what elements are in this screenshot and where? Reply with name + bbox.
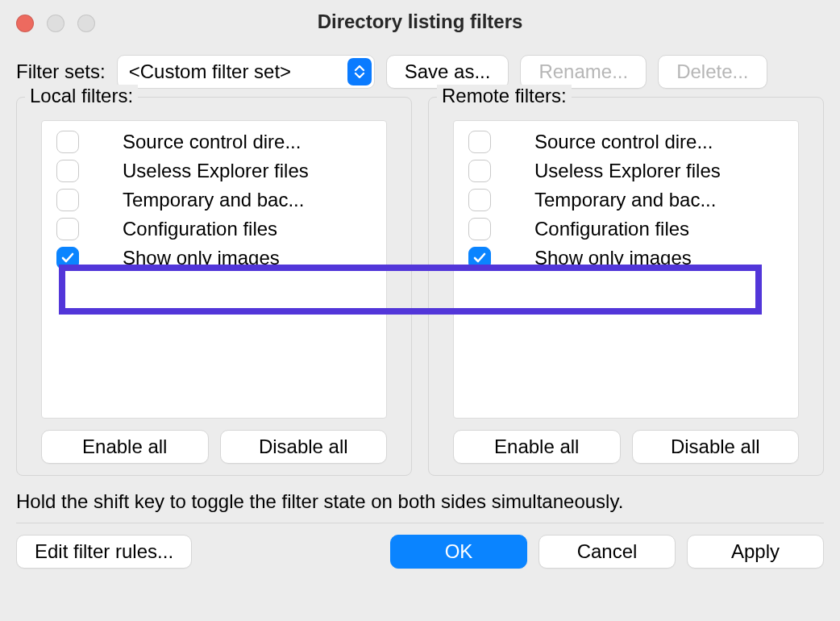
local-filter-label: Source control dire... [123,131,301,153]
remote-enable-all-button[interactable]: Enable all [453,430,621,464]
local-disable-all-button[interactable]: Disable all [220,430,388,464]
remote-filter-label: Temporary and bac... [534,189,716,211]
remote-filter-row[interactable]: Configuration files [454,215,798,244]
local-enable-all-button[interactable]: Enable all [41,430,209,464]
remote-filter-row[interactable]: Source control dire... [454,127,798,156]
remote-filter-label: Configuration files [534,218,689,240]
ok-button[interactable]: OK [390,535,527,569]
remote-filter-checkbox[interactable] [468,131,491,153]
minimize-window-button[interactable] [47,15,64,32]
remote-filter-row[interactable]: Temporary and bac... [454,185,798,215]
local-filter-label: Show only images [123,247,280,269]
local-filters-list[interactable]: Source control dire...Useless Explorer f… [41,120,387,419]
filter-sets-select[interactable]: <Custom filter set> [117,55,375,89]
remote-filter-checkbox[interactable] [468,160,491,182]
delete-button[interactable]: Delete... [658,55,767,89]
hint-text: Hold the shift key to toggle the filter … [0,476,840,518]
local-filter-checkbox[interactable] [56,189,79,211]
zoom-window-button[interactable] [77,15,95,32]
filter-sets-label: Filter sets: [16,60,106,83]
local-filter-row[interactable]: Useless Explorer files [42,156,386,185]
remote-filter-checkbox[interactable] [468,218,491,240]
close-window-button[interactable] [16,15,34,32]
remote-filter-checkbox[interactable] [468,247,491,269]
local-filter-label: Configuration files [123,218,277,240]
rename-button[interactable]: Rename... [520,55,647,89]
remote-filter-checkbox[interactable] [468,189,491,211]
dialog-window: Directory listing filters Filter sets: <… [0,0,840,621]
remote-filter-row[interactable]: Useless Explorer files [454,156,798,185]
remote-filters-panel: Remote filters: Source control dire...Us… [428,97,824,476]
select-chevron-icon [347,58,372,85]
edit-filter-rules-button[interactable]: Edit filter rules... [16,535,192,569]
local-filters-panel: Local filters: Source control dire...Use… [16,97,412,476]
remote-filter-label: Useless Explorer files [534,160,721,182]
local-filter-checkbox[interactable] [56,160,79,182]
local-filter-checkbox[interactable] [56,131,79,153]
remote-filters-title: Remote filters: [437,85,572,107]
remote-filter-label: Show only images [534,247,692,269]
cancel-button[interactable]: Cancel [539,535,676,569]
local-filter-label: Useless Explorer files [123,160,309,182]
local-filter-checkbox[interactable] [56,218,79,240]
remote-filter-row[interactable]: Show only images [454,244,798,273]
apply-button[interactable]: Apply [687,535,824,569]
remote-filters-list[interactable]: Source control dire...Useless Explorer f… [453,120,799,419]
filters-columns: Local filters: Source control dire...Use… [0,97,840,476]
local-filter-row[interactable]: Show only images [42,244,386,273]
window-title: Directory listing filters [318,10,523,33]
titlebar: Directory listing filters [0,0,840,44]
local-filter-row[interactable]: Configuration files [42,215,386,244]
remote-filter-label: Source control dire... [534,131,713,153]
bottom-button-row: Edit filter rules... OK Cancel Apply [0,523,840,580]
remote-disable-all-button[interactable]: Disable all [632,430,800,464]
local-filter-row[interactable]: Temporary and bac... [42,185,386,215]
save-as-button[interactable]: Save as... [386,55,509,89]
traffic-lights [16,15,95,32]
local-filters-title: Local filters: [25,85,138,107]
filter-sets-select-value: <Custom filter set> [129,60,291,83]
local-filter-row[interactable]: Source control dire... [42,127,386,156]
local-filter-checkbox[interactable] [56,247,79,269]
local-filter-label: Temporary and bac... [123,189,304,211]
